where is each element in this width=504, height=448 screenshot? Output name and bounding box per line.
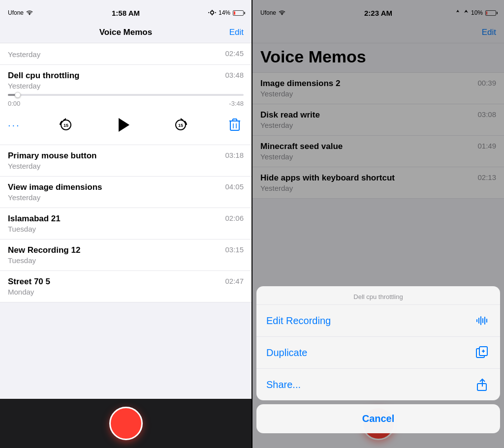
expanded-date: Yesterday <box>8 82 79 90</box>
svg-text:15: 15 <box>63 123 68 128</box>
progress-dot <box>15 92 21 98</box>
edit-recording-label: Edit Recording <box>266 315 331 327</box>
memo-title-2: Islamabad 21 <box>8 214 61 224</box>
rewind-button[interactable]: 15 <box>57 116 75 134</box>
options-button[interactable]: ··· <box>8 119 21 131</box>
status-bar-left: Ufone 1:58 AM 14% <box>0 0 252 22</box>
status-left-info: Ufone <box>8 9 33 16</box>
svg-rect-17 <box>482 318 483 323</box>
list-item[interactable]: Islamabad 21 Tuesday 02:06 <box>0 208 252 239</box>
time-elapsed: 0:00 <box>8 100 20 107</box>
memo-dur-1: 04:05 <box>225 182 244 191</box>
rewind-icon: 15 <box>58 117 74 133</box>
memo-dur-2: 02:06 <box>225 214 244 222</box>
action-sheet-duplicate[interactable]: Duplicate <box>256 337 500 369</box>
status-right-info-left: 14% <box>208 9 244 16</box>
svg-rect-7 <box>230 121 239 130</box>
expanded-title: Dell cpu throttling <box>8 71 79 81</box>
nav-bar-left: Voice Memos Edit <box>0 22 252 43</box>
action-sheet-share[interactable]: Share... <box>256 369 500 400</box>
trash-icon <box>229 118 241 132</box>
record-button-left[interactable] <box>109 407 143 440</box>
battery-icon-left <box>233 10 244 16</box>
expanded-duration: 03:48 <box>225 71 244 79</box>
wifi-icon-left <box>26 10 33 16</box>
list-item-cutoff[interactable]: Yesterday 02:45 <box>0 43 252 65</box>
action-sheet-overlay[interactable]: Dell cpu throttling Edit Recording <box>252 0 504 448</box>
location-icon-left <box>208 10 216 16</box>
memo-dur-3: 03:15 <box>225 245 244 254</box>
svg-rect-15 <box>478 318 479 324</box>
waveform-icon <box>474 313 490 329</box>
action-sheet-title: Dell cpu throttling <box>256 286 500 305</box>
memo-date-1: Yesterday <box>8 193 102 202</box>
edit-button-left[interactable]: Edit <box>229 28 244 37</box>
memo-title-3: New Recording 12 <box>8 245 80 255</box>
cancel-button[interactable]: Cancel <box>256 404 500 433</box>
duplicate-icon <box>474 345 490 360</box>
svg-point-0 <box>211 11 214 14</box>
action-sheet: Dell cpu throttling Edit Recording <box>252 282 504 448</box>
memo-date-2: Tuesday <box>8 225 61 233</box>
forward-button[interactable]: 15 <box>172 116 189 134</box>
memo-list-left: Yesterday 02:45 Dell cpu throttling Yest… <box>0 43 252 399</box>
list-item-expanded[interactable]: Dell cpu throttling Yesterday 03:48 0:00… <box>0 65 252 145</box>
svg-text:15: 15 <box>178 123 183 128</box>
duplicate-label: Duplicate <box>266 347 307 358</box>
memo-dur-0: 03:18 <box>225 151 244 159</box>
carrier-left: Ufone <box>8 9 24 16</box>
memo-title-1: View image dimensions <box>8 182 102 192</box>
memo-title-4: Street 70 5 <box>8 277 50 287</box>
action-sheet-group: Dell cpu throttling Edit Recording <box>256 286 500 400</box>
memo-title-0: Primary mouse button <box>8 151 96 161</box>
memo-date-4: Monday <box>8 288 50 296</box>
nav-title-left: Voice Memos <box>99 28 152 37</box>
svg-rect-18 <box>484 317 485 325</box>
time-remaining: -3:48 <box>229 100 244 107</box>
play-button[interactable] <box>111 113 135 137</box>
svg-rect-19 <box>486 319 487 323</box>
time-left: 1:58 AM <box>112 9 140 17</box>
cutoff-duration: 02:45 <box>225 49 244 58</box>
progress-bar[interactable] <box>8 94 244 96</box>
player-controls: ··· 15 <box>8 111 244 141</box>
delete-button[interactable] <box>226 116 244 134</box>
memo-date-3: Tuesday <box>8 256 80 265</box>
cancel-label: Cancel <box>362 413 395 424</box>
list-item[interactable]: Street 70 5 Monday 02:47 <box>0 271 252 302</box>
action-sheet-cancel-group: Cancel <box>256 404 500 433</box>
record-bar-left <box>0 399 252 448</box>
list-item[interactable]: Primary mouse button Yesterday 03:18 <box>0 145 252 177</box>
battery-pct-left: 14% <box>219 9 230 16</box>
forward-icon: 15 <box>173 117 189 133</box>
svg-rect-14 <box>476 319 477 322</box>
share-icon <box>474 377 490 392</box>
list-item[interactable]: View image dimensions Yesterday 04:05 <box>0 177 252 208</box>
svg-rect-16 <box>480 316 481 325</box>
share-label: Share... <box>266 379 301 390</box>
list-item[interactable]: New Recording 12 Tuesday 03:15 <box>0 239 252 271</box>
cutoff-date: Yesterday <box>8 50 40 59</box>
memo-date-0: Yesterday <box>8 162 96 170</box>
memo-dur-4: 02:47 <box>225 277 244 285</box>
play-icon <box>119 118 129 132</box>
player-section: 0:00 -3:48 ··· 15 <box>8 94 244 141</box>
action-sheet-edit-recording[interactable]: Edit Recording <box>256 305 500 337</box>
